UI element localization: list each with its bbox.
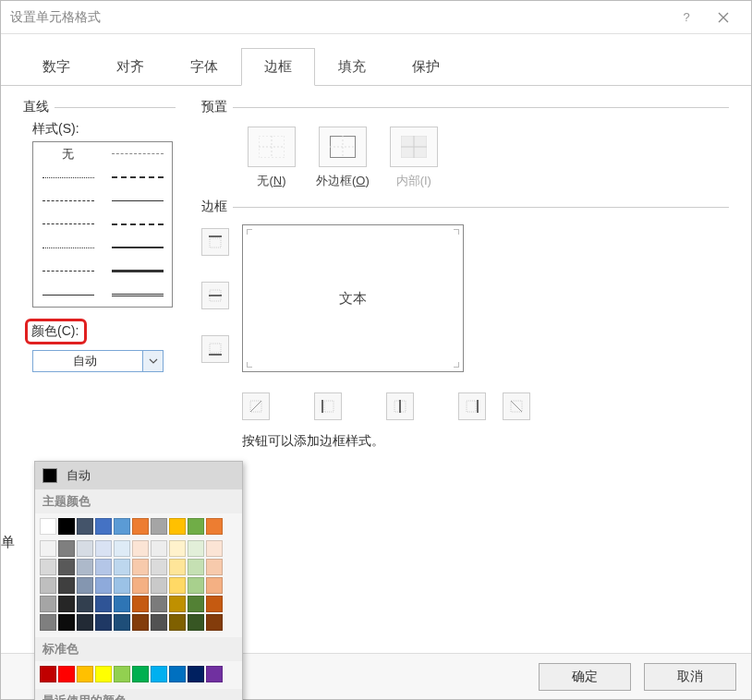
line-style-medium-dash[interactable] [103,212,172,235]
color-swatch[interactable] [188,540,204,557]
tab-1[interactable]: 对齐 [93,48,167,86]
color-swatch[interactable] [206,614,223,631]
border-diag-down-button[interactable] [503,392,530,420]
preset-inside-button[interactable] [390,127,438,167]
color-swatch[interactable] [169,540,186,557]
color-swatch[interactable] [95,666,112,682]
color-swatch[interactable] [40,666,56,682]
color-swatch[interactable] [188,577,204,594]
color-swatch[interactable] [114,596,130,612]
color-swatch[interactable] [95,540,112,557]
color-swatch[interactable] [188,518,204,535]
line-style-medium-dash-dot-dot[interactable] [103,165,172,188]
color-swatch[interactable] [77,596,93,612]
border-diag-up-button[interactable] [242,392,270,420]
color-swatch[interactable] [132,540,149,557]
color-swatch[interactable] [151,577,167,594]
color-swatch[interactable] [40,577,56,594]
tab-3[interactable]: 边框 [241,48,315,86]
color-swatch[interactable] [169,596,186,612]
tab-4[interactable]: 填充 [315,48,389,86]
color-swatch[interactable] [40,559,56,575]
color-swatch[interactable] [95,596,112,612]
color-swatch[interactable] [169,577,186,594]
color-dropdown[interactable]: 自动 [32,350,164,372]
color-swatch[interactable] [77,518,93,535]
tab-5[interactable]: 保护 [389,48,463,86]
color-swatch[interactable] [206,577,223,594]
color-swatch[interactable] [151,518,167,535]
color-swatch[interactable] [58,518,75,535]
line-style-dashed[interactable] [33,189,103,212]
help-button[interactable]: ? [668,1,705,34]
color-swatch[interactable] [58,559,75,575]
ok-button[interactable]: 确定 [539,663,631,691]
tab-0[interactable]: 数字 [19,48,93,86]
color-swatch[interactable] [114,559,130,575]
color-swatch[interactable] [132,518,149,535]
color-auto-option[interactable]: 自动 [35,462,242,489]
color-swatch[interactable] [40,614,56,631]
line-style-slant[interactable] [33,284,103,307]
color-swatch[interactable] [40,540,56,557]
color-swatch[interactable] [132,614,149,631]
color-swatch[interactable] [95,577,112,594]
color-dropdown-button[interactable] [142,351,163,371]
color-swatch[interactable] [151,540,167,557]
color-swatch[interactable] [114,666,130,682]
color-swatch[interactable] [151,666,167,682]
color-swatch[interactable] [188,559,204,575]
color-swatch[interactable] [206,540,223,557]
color-swatch[interactable] [58,666,75,682]
color-swatch[interactable] [169,666,186,682]
color-swatch[interactable] [188,614,204,631]
color-swatch[interactable] [114,614,130,631]
color-swatch[interactable] [58,577,75,594]
border-top-button[interactable] [201,228,229,256]
border-bottom-button[interactable] [201,335,229,363]
border-vmid-button[interactable] [386,392,414,420]
color-swatch[interactable] [169,518,186,535]
color-swatch[interactable] [206,559,223,575]
color-swatch[interactable] [169,614,186,631]
color-swatch[interactable] [132,666,149,682]
color-swatch[interactable] [206,666,223,682]
color-swatch[interactable] [58,540,75,557]
color-swatch[interactable] [77,559,93,575]
color-swatch[interactable] [77,666,93,682]
color-swatch[interactable] [151,596,167,612]
color-swatch[interactable] [188,666,204,682]
line-style-thick[interactable] [103,259,172,283]
color-swatch[interactable] [95,614,112,631]
color-swatch[interactable] [77,614,93,631]
tab-2[interactable]: 字体 [167,48,241,86]
preset-outline-button[interactable] [319,127,367,167]
color-swatch[interactable] [114,540,130,557]
color-swatch[interactable] [40,518,56,535]
line-style-dotted[interactable] [33,165,103,188]
line-style-hair[interactable] [103,142,172,165]
color-swatch[interactable] [77,577,93,594]
line-style-double[interactable] [103,284,172,307]
color-swatch[interactable] [132,596,149,612]
color-swatch[interactable] [40,596,56,612]
color-swatch[interactable] [95,559,112,575]
line-style-dash-dot-dot[interactable] [33,236,103,259]
color-swatch[interactable] [114,518,130,535]
preset-none-button[interactable] [248,127,296,167]
color-swatch[interactable] [77,540,93,557]
line-style-list[interactable]: 无 [32,141,173,308]
color-swatch[interactable] [132,559,149,575]
color-swatch[interactable] [132,577,149,594]
border-right-button[interactable] [458,392,486,420]
color-swatch[interactable] [169,559,186,575]
color-swatch[interactable] [151,614,167,631]
line-style-medium[interactable] [103,236,172,259]
color-swatch[interactable] [206,596,223,612]
border-hmid-button[interactable] [201,282,229,309]
cancel-button[interactable]: 取消 [644,663,736,691]
border-left-button[interactable] [314,392,342,420]
color-swatch[interactable] [95,518,112,535]
close-button[interactable] [705,1,742,34]
line-style-medium-dash-dot[interactable] [33,259,103,283]
